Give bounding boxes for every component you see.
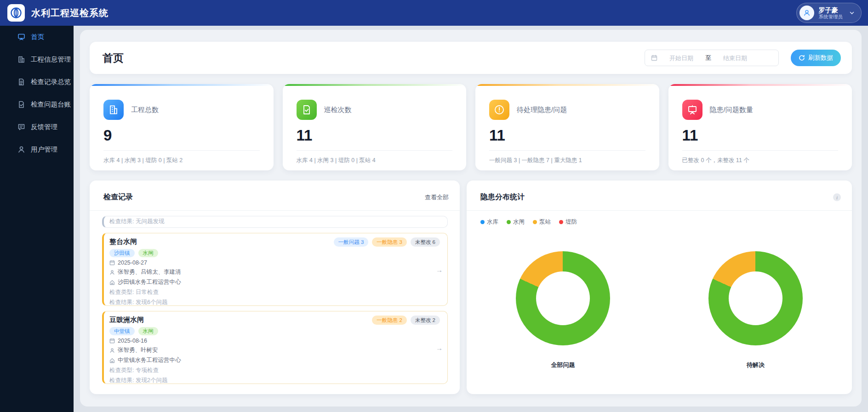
status-badge: 未整改 6 <box>411 237 440 247</box>
card-accent-bar <box>90 84 274 86</box>
sidebar-item-issue-ledger[interactable]: 检查问题台账 <box>0 93 74 116</box>
arrow-right-icon[interactable]: → <box>436 265 443 273</box>
page-header-card: 首页 至 刷新数据 <box>90 42 852 74</box>
status-badge: 一般隐患 3 <box>372 237 407 247</box>
card-accent-bar <box>283 84 467 86</box>
card-accent-bar <box>475 84 659 86</box>
type-tag: 水闸 <box>138 327 158 335</box>
view-all-link[interactable]: 查看全部 <box>425 193 449 202</box>
town-tag: 中堂镇 <box>109 327 135 335</box>
stat-breakdown: 已整改 0 个，未整改 11 个 <box>682 157 839 164</box>
chevron-down-icon <box>849 10 855 16</box>
record-org: 中堂镇水务工程运营中心 <box>118 356 181 364</box>
record-card[interactable]: 整台水闸 一般问题 3 一般隐患 3 未整改 6 沙田镇 水闸 2025-08-… <box>102 233 448 306</box>
stat-value: 11 <box>682 127 839 144</box>
avatar <box>799 6 814 20</box>
sidebar-item-label: 用户管理 <box>31 145 57 154</box>
home-icon <box>109 280 115 285</box>
legend-dot <box>480 220 485 224</box>
record-result-line: 检查结果: 无问题发现 <box>109 218 447 226</box>
app-logo <box>7 4 25 22</box>
sidebar-item-label: 反馈管理 <box>31 123 57 131</box>
stat-breakdown: 水库 4 | 水闸 3 | 堤防 0 | 泵站 2 <box>103 157 260 164</box>
date-separator: 至 <box>705 54 711 62</box>
record-date: 2025-08-16 <box>118 338 147 344</box>
board-stat-icon <box>682 100 702 120</box>
home-icon <box>109 358 115 363</box>
start-date-input[interactable] <box>657 55 705 62</box>
hazard-distribution-panel: 隐患分布统计 i 水库 水闸 泵站 堤防 <box>467 181 852 394</box>
record-result-line: 检查结果: 发现6个问题 <box>109 299 167 306</box>
legend-item-reservoir[interactable]: 水库 <box>480 218 498 226</box>
donut-chart-all-issues <box>516 251 610 345</box>
stat-value: 9 <box>103 127 260 144</box>
sidebar-item-label: 检查记录总览 <box>31 78 71 86</box>
sidebar-item-label: 检查问题台账 <box>31 100 71 109</box>
record-card-partial[interactable]: 检查结果: 无问题发现 <box>102 216 448 228</box>
sidebar-item-home[interactable]: 首页 <box>0 26 74 48</box>
stat-value: 11 <box>297 127 453 144</box>
status-badge: 一般隐患 2 <box>372 316 407 325</box>
feedback-icon <box>17 123 25 131</box>
records-list[interactable]: 检查结果: 无问题发现 整台水闸 一般问题 3 一般隐患 3 未整改 6 沙田镇… <box>90 211 460 394</box>
user-icon <box>17 146 25 153</box>
building-icon <box>17 56 25 63</box>
alert-circle-stat-icon <box>489 100 509 120</box>
calendar-icon <box>651 55 657 61</box>
chart-legend: 水库 水闸 泵站 堤防 <box>467 211 852 226</box>
town-tag: 沙田镇 <box>109 249 135 257</box>
legend-item-dike[interactable]: 堤防 <box>559 218 577 226</box>
card-accent-bar <box>668 84 852 86</box>
end-date-input[interactable] <box>711 55 759 62</box>
chart-panel-title: 隐患分布统计 <box>480 192 525 202</box>
document-check-icon <box>17 101 25 108</box>
record-result-line: 检查结果: 发现2个问题 <box>109 377 167 384</box>
refresh-icon <box>799 55 805 61</box>
donut-chart-label: 待解决 <box>747 361 765 369</box>
sidebar-item-user-management[interactable]: 用户管理 <box>0 138 74 161</box>
record-org: 沙田镇水务工程运营中心 <box>118 278 181 286</box>
legend-dot <box>559 220 563 224</box>
date-range-picker[interactable]: 至 <box>645 50 779 66</box>
user-menu[interactable]: 罗子豪 系统管理员 <box>796 3 862 23</box>
app-title: 水利工程巡检系统 <box>31 7 108 19</box>
donut-chart-label: 全部问题 <box>551 361 575 369</box>
record-inspectors: 张智勇、叶树安 <box>118 346 158 354</box>
content-container: 首页 至 刷新数据 <box>80 30 862 406</box>
calendar-icon <box>109 260 115 265</box>
sidebar-item-inspection-records[interactable]: 检查记录总览 <box>0 71 74 93</box>
stat-card-issue-total: 隐患/问题数量 11 已整改 0 个，未整改 11 个 <box>668 84 852 170</box>
record-type-line: 检查类型: 专项检查 <box>109 367 159 374</box>
legend-dot <box>507 220 511 224</box>
record-inspectors: 张智勇、吕锦太、李建清 <box>118 268 181 276</box>
status-badge: 一般问题 3 <box>334 237 369 247</box>
sidebar-item-project-info[interactable]: 工程信息管理 <box>0 48 74 71</box>
legend-item-pump-station[interactable]: 泵站 <box>533 218 551 226</box>
legend-dot <box>533 220 537 224</box>
stat-label: 隐患/问题数量 <box>710 106 753 114</box>
user-role: 系统管理员 <box>819 14 843 20</box>
stat-label: 待处理隐患/问题 <box>517 106 567 114</box>
refresh-data-button[interactable]: 刷新数据 <box>791 50 841 66</box>
legend-label: 水库 <box>487 218 498 226</box>
legend-label: 泵站 <box>539 218 551 226</box>
divider <box>103 150 260 151</box>
stat-label: 工程总数 <box>131 106 159 114</box>
records-panel-title: 检查记录 <box>103 192 133 202</box>
info-icon[interactable]: i <box>833 193 841 201</box>
dashboard-icon <box>17 33 25 41</box>
sidebar-item-label: 首页 <box>31 33 44 41</box>
record-card[interactable]: 豆豉洲水闸 一般隐患 2 未整改 2 中堂镇 水闸 2025-08-16 <box>102 311 448 384</box>
record-date: 2025-08-27 <box>118 260 147 266</box>
status-badge: 未整改 2 <box>411 316 440 325</box>
stat-card-inspection-count: 巡检次数 11 水库 4 | 水闸 3 | 堤防 0 | 泵站 4 <box>283 84 467 170</box>
sidebar-item-feedback[interactable]: 反馈管理 <box>0 116 74 138</box>
arrow-right-icon[interactable]: → <box>436 344 443 351</box>
user-avatar-icon <box>803 9 811 17</box>
water-gate-logo-icon <box>10 7 22 19</box>
document-check-stat-icon <box>297 100 317 120</box>
legend-item-sluice[interactable]: 水闸 <box>507 218 525 226</box>
stat-cards-row: 工程总数 9 水库 4 | 水闸 3 | 堤防 0 | 泵站 2 巡检次数 11… <box>90 84 852 170</box>
calendar-icon <box>109 338 115 344</box>
person-icon <box>109 270 115 275</box>
